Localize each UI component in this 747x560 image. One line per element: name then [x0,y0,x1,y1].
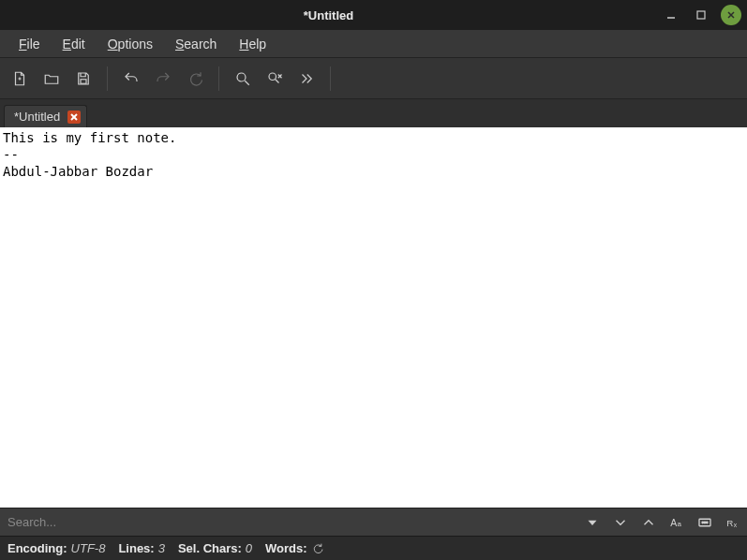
undo-button[interactable] [117,65,145,93]
titlebar: *Untitled [0,0,747,30]
svg-point-18 [707,522,709,523]
search-bar: Aa Rx [0,508,747,536]
svg-text:R: R [726,517,733,527]
toolbar-more-button[interactable] [292,65,321,93]
menubar: File Edit Options Search Help [0,30,747,58]
words-label: Words: [265,541,307,555]
save-icon [75,70,92,87]
svg-point-7 [269,73,276,81]
menu-options[interactable]: Options [97,33,164,55]
find-replace-button[interactable] [261,65,289,93]
menu-file[interactable]: File [7,33,52,55]
regex-button[interactable]: Rx [719,508,747,537]
redo-icon [155,70,172,87]
toolbar-separator [107,66,108,91]
lines-value: 3 [158,541,165,555]
close-button[interactable] [721,5,741,25]
encoding-label: Encoding: [7,541,67,555]
chevron-up-icon [640,514,657,531]
svg-line-6 [245,81,249,85]
redo-button[interactable] [149,65,177,93]
chevron-down-icon [612,514,629,531]
toolbar [0,58,747,99]
svg-line-8 [276,79,279,82]
case-sensitive-button[interactable]: Aa [663,508,691,537]
close-icon [69,112,79,122]
new-file-button[interactable] [6,65,34,93]
words-refresh-button[interactable] [311,542,323,554]
lines-label: Lines: [118,541,154,555]
redo-alt-button[interactable] [181,65,209,93]
search-next-button[interactable] [606,508,635,537]
triangle-down-icon [584,514,601,531]
search-prev-button[interactable] [635,508,663,537]
menu-edit[interactable]: Edit [52,33,97,55]
toolbar-separator [218,66,219,91]
menu-search[interactable]: Search [164,33,228,55]
open-folder-icon [43,70,60,87]
whole-word-icon [696,514,713,531]
minimize-button[interactable] [661,5,681,25]
svg-point-17 [704,522,706,523]
undo-icon [123,70,140,87]
svg-text:a: a [678,519,682,527]
encoding-value[interactable]: UTF-8 [71,541,106,555]
tab-bar: *Untitled [0,99,747,127]
sel-chars-label: Sel. Chars: [178,541,242,555]
find-button[interactable] [229,65,257,93]
document-tab[interactable]: *Untitled [4,105,87,127]
svg-point-16 [702,522,704,523]
tab-label: *Untitled [14,110,60,124]
editor-area[interactable]: This is my first note. -- Abdul-Jabbar B… [0,127,747,508]
menu-help[interactable]: Help [228,33,277,55]
tab-close-button[interactable] [67,111,81,124]
svg-text:x: x [734,522,738,528]
whole-word-button[interactable] [691,508,719,537]
regex-icon: Rx [725,514,741,531]
maximize-button[interactable] [691,5,711,25]
svg-text:A: A [670,516,677,527]
window-title: *Untitled [6,8,651,22]
open-button[interactable] [37,65,66,93]
svg-rect-4 [81,79,86,83]
redo-alt-icon [187,70,203,87]
chevron-double-right-icon [298,70,315,87]
case-icon: Aa [668,514,685,531]
new-file-icon [11,70,28,87]
search-icon [234,70,251,87]
sel-chars-value: 0 [246,541,252,555]
refresh-icon [311,542,323,554]
search-dropdown-button[interactable] [578,508,606,537]
search-input[interactable] [0,508,578,536]
status-bar: Encoding: UTF-8 Lines: 3 Sel. Chars: 0 W… [0,536,747,560]
svg-point-5 [237,73,246,81]
find-replace-icon [266,70,283,87]
save-button[interactable] [69,65,97,93]
svg-rect-1 [697,11,705,19]
toolbar-separator [330,66,331,91]
